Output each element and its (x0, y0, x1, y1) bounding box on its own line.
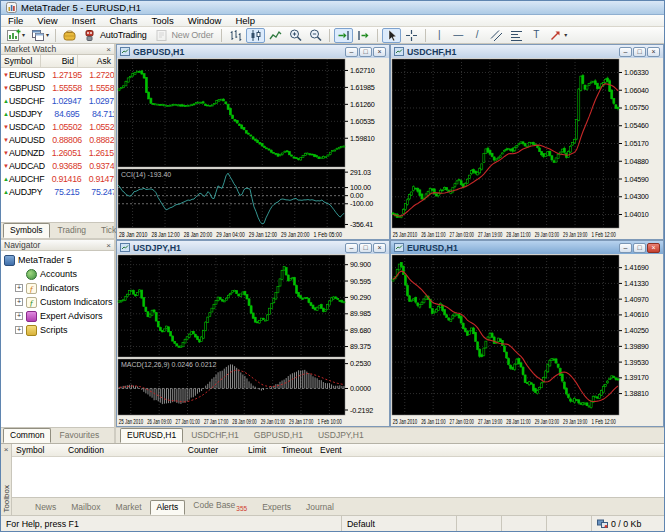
navigator-item-scripts[interactable]: +Scripts (1, 323, 114, 337)
column-symbol[interactable]: Symbol (12, 444, 64, 456)
menu-file[interactable]: File (1, 15, 30, 26)
alerts-empty-body[interactable] (12, 457, 664, 497)
menu-tools[interactable]: Tools (144, 15, 180, 26)
chart-window-titlebar[interactable]: EURUSD,H1 –□× (391, 241, 663, 254)
market-watch-row-eurusd[interactable]: ▼EURUSD1.271951.27207 (1, 68, 114, 81)
expand-icon[interactable]: + (15, 326, 23, 334)
new-order-button[interactable]: New Order (152, 28, 218, 43)
column-counter[interactable]: Counter (160, 444, 222, 456)
navigator-item-accounts[interactable]: Accounts (1, 267, 114, 281)
column-ask[interactable]: Ask (77, 55, 114, 67)
toolbox-tab-experts[interactable]: Experts (255, 500, 298, 515)
cursor-button[interactable] (382, 28, 401, 43)
restore-button[interactable]: □ (359, 47, 372, 57)
dropdown-icon[interactable]: ▾ (22, 32, 25, 38)
chart-tab-eurusd-h1[interactable]: EURUSD,H1 (120, 428, 183, 443)
column-timeout[interactable]: Timeout (270, 444, 316, 456)
navigator-item-custom-indicators[interactable]: +ƒCustom Indicators (1, 295, 114, 309)
chart-window-titlebar[interactable]: GBPUSD,H1 –□× (117, 45, 389, 58)
close-icon[interactable]: × (106, 241, 111, 250)
market-watch-row-audchf[interactable]: ▲AUDCHF0.914160.91478 (1, 172, 114, 185)
toolbox-tab-journal[interactable]: Journal (299, 500, 341, 515)
minimize-button[interactable]: – (619, 243, 632, 253)
menu-window[interactable]: Window (181, 15, 229, 26)
chart-shift-button[interactable] (354, 28, 373, 43)
close-button[interactable]: × (373, 47, 386, 57)
autotrading-button[interactable]: AutoTrading (80, 28, 151, 43)
auto-scroll-button[interactable] (334, 28, 353, 43)
close-button[interactable]: × (647, 47, 660, 57)
channel-tool[interactable] (487, 28, 506, 43)
column-symbol[interactable]: Symbol (1, 55, 40, 67)
status-profile[interactable]: Default (342, 516, 457, 531)
profiles-button[interactable]: ▾ (28, 28, 51, 43)
toolbox-tab-alerts[interactable]: Alerts (150, 500, 186, 515)
market-watch-row-usdcad[interactable]: ▼USDCAD1.055021.05528 (1, 120, 114, 133)
dropdown-icon[interactable]: ▾ (564, 32, 567, 38)
chart-tab-usdchf-h1[interactable]: USDCHF,H1 (184, 428, 246, 443)
zoom-out-button[interactable] (306, 28, 325, 43)
menu-insert[interactable]: Insert (65, 15, 103, 26)
navigator-item-expert-advisors[interactable]: +Expert Advisors (1, 309, 114, 323)
column-bid[interactable]: Bid (40, 55, 77, 67)
restore-button[interactable]: □ (633, 47, 646, 57)
tab-trading[interactable]: Trading (51, 223, 94, 238)
navigator-item-indicators[interactable]: +ƒIndicators (1, 281, 114, 295)
dropdown-icon[interactable]: ▾ (46, 32, 49, 38)
trendline-tool[interactable]: / (468, 28, 486, 43)
restore-button[interactable]: □ (359, 243, 372, 253)
chart-window-titlebar[interactable]: USDJPY,H1 –□× (117, 241, 389, 254)
market-watch-row-usdjpy[interactable]: ▲USDJPY84.69584.711 (1, 107, 114, 120)
menu-help[interactable]: Help (228, 15, 262, 26)
bars-chart-button[interactable] (226, 28, 245, 43)
new-chart-button[interactable]: ▾ (4, 28, 27, 43)
market-watch-row-gbpusd[interactable]: ▼GBPUSD1.555581.55581 (1, 81, 114, 94)
close-button[interactable]: × (647, 243, 660, 253)
chart-canvas-gbpusd[interactable]: 1.627101.619851.612601.605351.5981028 Ja… (117, 58, 389, 239)
chart-window-titlebar[interactable]: USDCHF,H1 –□× (391, 45, 663, 58)
market-watch-row-usdchf[interactable]: ▲USDCHF1.029471.02971 (1, 94, 114, 107)
menu-charts[interactable]: Charts (103, 15, 145, 26)
chart-canvas-usdjpy[interactable]: 90.90090.59590.29089.98589.68089.37525 J… (117, 254, 389, 426)
expand-icon[interactable]: + (15, 312, 23, 320)
expand-icon[interactable]: + (15, 284, 23, 292)
line-chart-button[interactable] (266, 28, 285, 43)
close-icon[interactable]: × (4, 444, 9, 455)
fibonacci-tool[interactable] (507, 28, 526, 43)
chart-canvas-eurusd[interactable]: 1.416901.413301.409701.406101.402501.398… (391, 254, 663, 426)
restore-button[interactable]: □ (633, 243, 646, 253)
horizontal-line-tool[interactable]: — (449, 28, 467, 43)
toolbox-tab-mailbox[interactable]: Mailbox (64, 500, 107, 515)
market-watch-row-audcad[interactable]: ▼AUDCAD0.936850.93747 (1, 159, 114, 172)
chart-tab-gbpusd-h1[interactable]: GBPUSD,H1 (247, 428, 310, 443)
tab-symbols[interactable]: Symbols (3, 223, 50, 238)
chart-tab-usdjpy-h1[interactable]: USDJPY,H1 (311, 428, 371, 443)
crosshair-button[interactable] (402, 28, 421, 43)
market-watch-row-audnzd[interactable]: ▼AUDNZD1.260511.26151 (1, 146, 114, 159)
candles-chart-button[interactable] (246, 28, 265, 43)
expand-icon[interactable]: + (15, 298, 23, 306)
metaeditor-button[interactable] (60, 28, 79, 43)
market-watch-row-audjpy[interactable]: ▲AUDJPY75.21575.247 (1, 185, 114, 198)
toolbox-tab-news[interactable]: News (28, 500, 63, 515)
close-icon[interactable]: × (106, 45, 111, 54)
column-condition[interactable]: Condition (64, 444, 160, 456)
column-event[interactable]: Event (316, 444, 396, 456)
titlebar[interactable]: MetaTrader 5 - EURUSD,H1 (1, 1, 664, 15)
toolbox-tab-code-base[interactable]: Code Base355 (186, 498, 254, 515)
minimize-button[interactable]: – (345, 47, 358, 57)
zoom-in-button[interactable] (286, 28, 305, 43)
text-tool[interactable]: T (527, 28, 545, 43)
minimize-button[interactable]: – (345, 243, 358, 253)
arrows-tool[interactable]: ▾ (546, 28, 569, 43)
tab-common[interactable]: Common (3, 428, 51, 443)
minimize-button[interactable]: – (619, 47, 632, 57)
close-button[interactable]: × (373, 243, 386, 253)
tab-favourites[interactable]: Favourites (52, 428, 106, 443)
toolbox-tab-market[interactable]: Market (109, 500, 149, 515)
vertical-line-tool[interactable]: | (430, 28, 448, 43)
navigator-item-metatrader-5[interactable]: MetaTrader 5 (1, 253, 114, 267)
market-watch-row-audusd[interactable]: ▼AUDUSD0.888060.88826 (1, 133, 114, 146)
column-limit[interactable]: Limit (222, 444, 270, 456)
chart-canvas-usdchf[interactable]: 1.063301.060401.057501.054601.051701.048… (391, 58, 663, 239)
